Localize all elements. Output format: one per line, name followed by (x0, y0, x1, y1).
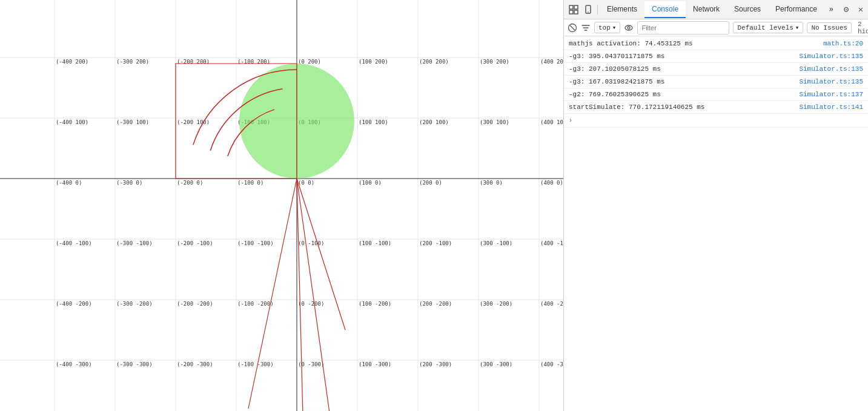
console-caret-line[interactable]: › (564, 114, 868, 128)
console-entry: -g3: 395.043701171875 ms Simulator.ts:13… (564, 50, 868, 63)
console-entry-link[interactable]: Simulator.ts:141 (799, 102, 863, 112)
inspect-toggle-icon[interactable] (566, 2, 581, 17)
devtools-close-icon[interactable]: ✕ (853, 2, 868, 17)
svg-point-9 (628, 27, 630, 29)
console-entry: -g3: 167.031982421875 ms Simulator.ts:13… (564, 76, 868, 88)
tab-more[interactable]: » (824, 2, 838, 18)
devtools-settings-icon[interactable]: ⚙ (839, 2, 853, 17)
console-entry: startSimulate: 770.172119140625 ms Simul… (564, 101, 868, 114)
svg-line-7 (570, 25, 575, 30)
console-entry-text: -g2: 769.76025390625 ms (569, 90, 799, 99)
devtools-tabs: Elements Console Network Sources Perform… (564, 0, 868, 19)
console-toolbar: top ▾ Default levels ▾ No Issues 2 hidde… (564, 19, 868, 36)
console-entry-link[interactable]: Simulator.ts:135 (799, 51, 863, 61)
no-issues-button[interactable]: No Issues (807, 22, 851, 33)
tab-separator (597, 5, 598, 15)
console-entry-text: -g3: 167.031982421875 ms (569, 77, 799, 87)
console-entry: -g2: 769.76025390625 ms Simulator.ts:137 (564, 88, 868, 101)
default-levels-button[interactable]: Default levels ▾ (733, 22, 803, 33)
canvas-area (0, 0, 563, 411)
console-entry: -g3: 207.10205078125 ms Simulator.ts:135 (564, 63, 868, 76)
console-entry-text: startSimulate: 770.172119140625 ms (569, 102, 799, 112)
tab-network[interactable]: Network (686, 1, 727, 18)
filter-input[interactable] (637, 21, 729, 35)
clear-console-icon[interactable] (568, 21, 577, 35)
svg-point-8 (625, 25, 632, 30)
console-entry-link[interactable]: math.ts:20 (823, 39, 863, 48)
context-dropdown-icon: ▾ (612, 24, 617, 31)
device-emulation-icon[interactable] (581, 2, 595, 17)
tab-sources[interactable]: Sources (727, 1, 768, 18)
console-filter-icon[interactable] (581, 21, 591, 35)
console-entry-text: -g3: 207.10205078125 ms (569, 64, 799, 74)
context-label: top (598, 24, 611, 31)
hidden-count: 2 hidden (855, 21, 868, 35)
context-selector[interactable]: top ▾ (594, 22, 620, 33)
console-entry-link[interactable]: Simulator.ts:135 (799, 77, 863, 87)
console-entry-link[interactable]: Simulator.ts:135 (799, 64, 863, 74)
console-log-area: mathjs activation: 74.453125 ms math.ts:… (564, 36, 868, 411)
eye-icon[interactable] (624, 21, 634, 35)
console-entry: mathjs activation: 74.453125 ms math.ts:… (564, 38, 868, 50)
svg-rect-3 (574, 10, 578, 14)
simulation-canvas (0, 0, 563, 411)
tab-elements[interactable]: Elements (600, 1, 644, 18)
svg-rect-2 (569, 10, 573, 14)
tab-console[interactable]: Console (644, 1, 686, 18)
console-entry-text: mathjs activation: 74.453125 ms (569, 39, 823, 48)
svg-rect-0 (569, 5, 573, 9)
tab-performance[interactable]: Performance (768, 1, 824, 18)
svg-rect-1 (574, 5, 578, 9)
console-entry-link[interactable]: Simulator.ts:137 (799, 90, 863, 99)
devtools-panel: Elements Console Network Sources Perform… (563, 0, 868, 411)
console-entry-text: -g3: 395.043701171875 ms (569, 51, 799, 61)
console-caret-icon: › (569, 116, 577, 126)
svg-point-5 (588, 12, 589, 13)
